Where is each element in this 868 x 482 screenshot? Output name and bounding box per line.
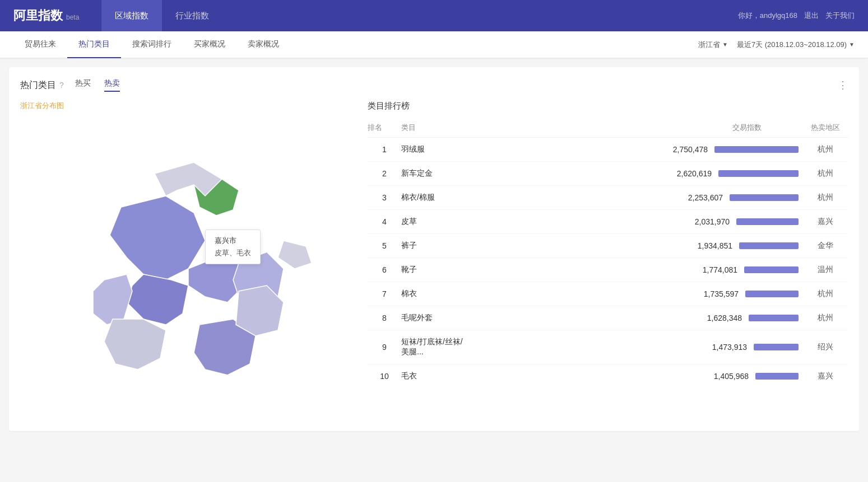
rank-cell: 8: [368, 313, 401, 322]
tab-hotbuy[interactable]: 热买: [75, 78, 91, 92]
logo-text: 阿里指数: [13, 7, 63, 24]
share-icon[interactable]: ⋮: [838, 79, 848, 91]
region-cell: 杭州: [803, 144, 848, 155]
subnav: 贸易往来 热门类目 搜索词排行 买家概况 卖家概况 浙江省 ▼ 最近7天 (20…: [0, 31, 868, 58]
region-cell: 嘉兴: [803, 371, 848, 381]
map-container[interactable]: 嘉兴市 皮草、毛衣: [20, 118, 345, 420]
value-cell: 1,774,081: [693, 265, 737, 274]
bar-fill: [744, 266, 799, 273]
province-map: [20, 118, 345, 420]
col-trade: 交易指数: [691, 123, 803, 133]
table-row: 1 羽绒服 2,750,478 杭州: [368, 138, 848, 162]
bar-fill: [754, 344, 799, 350]
bar-cell: [730, 194, 799, 201]
bar-cell: [739, 242, 799, 249]
bar-cell: [745, 291, 799, 297]
logo-beta: beta: [66, 13, 79, 21]
nav-item-regional[interactable]: 区域指数: [101, 0, 162, 31]
logout-link[interactable]: 退出: [804, 11, 819, 21]
rank-cell: 5: [368, 241, 401, 250]
category-cell[interactable]: 靴子: [401, 265, 468, 275]
value-cell: 2,253,607: [678, 193, 723, 202]
date-selector[interactable]: 最近7天 (2018.12.03~2018.12.09) ▼: [737, 40, 855, 50]
category-cell[interactable]: 皮草: [401, 217, 468, 227]
bar-fill: [730, 194, 799, 201]
category-cell[interactable]: 羽绒服: [401, 144, 468, 155]
category-cell[interactable]: 棉衣/棉服: [401, 193, 468, 203]
date-label: 最近7天 (2018.12.03~2018.12.09): [737, 40, 847, 50]
table-row: 5 裤子 1,934,851 金华: [368, 234, 848, 258]
category-cell[interactable]: 新车定金: [401, 169, 468, 179]
subnav-buyer[interactable]: 买家概况: [183, 31, 236, 58]
subnav-trade[interactable]: 贸易往来: [13, 31, 67, 58]
tab-hotsell[interactable]: 热卖: [104, 78, 120, 92]
user-greeting: 你好，andylgq168: [738, 11, 797, 21]
table-title: 类目排行榜: [368, 101, 848, 111]
bar-fill: [718, 170, 799, 177]
rank-cell: 4: [368, 217, 401, 226]
about-link[interactable]: 关于我们: [825, 11, 855, 21]
nav-item-industry[interactable]: 行业指数: [162, 0, 222, 31]
category-cell[interactable]: 毛呢外套: [401, 313, 468, 323]
table-row: 6 靴子 1,774,081 温州: [368, 258, 848, 282]
help-icon: ?: [59, 81, 64, 90]
bar-cell: [718, 170, 799, 177]
col-rank: 排名: [368, 123, 401, 133]
table-row: 8 毛呢外套 1,628,348 杭州: [368, 306, 848, 330]
value-cell: 1,628,348: [697, 313, 742, 322]
rank-cell: 1: [368, 145, 401, 154]
header: 阿里指数 beta 区域指数 行业指数 你好，andylgq168 退出 关于我…: [0, 0, 868, 31]
table-body: 1 羽绒服 2,750,478 杭州 2 新车定金 2,620,619 杭州 3…: [368, 138, 848, 388]
bar-cell: [714, 146, 799, 153]
chart-section: 类目排行榜 排名 类目 交易指数 热卖地区 1 羽绒服 2,750,478 杭州…: [368, 101, 848, 420]
table-row: 3 棉衣/棉服 2,253,607 杭州: [368, 186, 848, 210]
table-row: 4 皮草 2,031,970 嘉兴: [368, 210, 848, 234]
province-selector[interactable]: 浙江省 ▼: [698, 40, 728, 50]
bar-fill: [714, 146, 799, 153]
value-cell: 2,031,970: [685, 217, 730, 226]
logo-area: 阿里指数 beta: [13, 7, 79, 24]
region-cell: 杭州: [803, 169, 848, 179]
category-cell[interactable]: 棉衣: [401, 289, 468, 299]
card-header: 热门类目 ? 热买 热卖 ⋮: [20, 78, 848, 92]
bar-fill: [736, 218, 799, 225]
subnav-right: 浙江省 ▼ 最近7天 (2018.12.03~2018.12.09) ▼: [698, 40, 855, 50]
subnav-seller[interactable]: 卖家概况: [236, 31, 290, 58]
col-empty: [468, 123, 691, 133]
table-row: 7 棉衣 1,735,597 杭州: [368, 282, 848, 306]
subnav-hotcat[interactable]: 热门类目: [67, 31, 121, 58]
bar-fill: [745, 291, 799, 297]
region-cell: 金华: [803, 241, 848, 251]
province-arrow-icon: ▼: [722, 41, 728, 48]
header-right: 你好，andylgq168 退出 关于我们: [738, 11, 855, 21]
value-cell: 1,735,597: [694, 289, 739, 298]
subnav-search[interactable]: 搜索词排行: [121, 31, 183, 58]
value-cell: 2,620,619: [667, 169, 712, 178]
value-cell: 1,405,968: [704, 372, 749, 381]
province-label: 浙江省: [698, 40, 720, 50]
bar-fill: [749, 315, 799, 321]
value-cell: 1,473,913: [702, 343, 747, 352]
rank-cell: 6: [368, 265, 401, 274]
card-title: 热门类目: [20, 79, 56, 91]
region-cell: 杭州: [803, 193, 848, 203]
main-card: 热门类目 ? 热买 热卖 ⋮ 浙江省分布图: [9, 67, 859, 431]
bar-fill: [755, 373, 799, 380]
region-cell: 杭州: [803, 289, 848, 299]
content-row: 浙江省分布图: [20, 101, 848, 420]
category-cell[interactable]: 裤子: [401, 241, 468, 251]
card-actions: ⋮: [838, 79, 848, 91]
main-content: 热门类目 ? 热买 热卖 ⋮ 浙江省分布图: [0, 58, 868, 440]
rank-cell: 10: [368, 372, 401, 381]
value-cell: 1,934,851: [688, 241, 732, 250]
rank-cell: 2: [368, 169, 401, 178]
category-cell[interactable]: 毛衣: [401, 371, 468, 381]
card-tabs: 热买 热卖: [75, 78, 120, 92]
category-cell[interactable]: 短袜/打底袜/丝袜/美腿...: [401, 337, 468, 357]
region-cell: 嘉兴: [803, 217, 848, 227]
bar-fill: [739, 242, 799, 249]
table-row: 2 新车定金 2,620,619 杭州: [368, 162, 848, 186]
bar-cell: [755, 373, 799, 380]
bar-cell: [749, 315, 799, 321]
rank-cell: 7: [368, 289, 401, 298]
